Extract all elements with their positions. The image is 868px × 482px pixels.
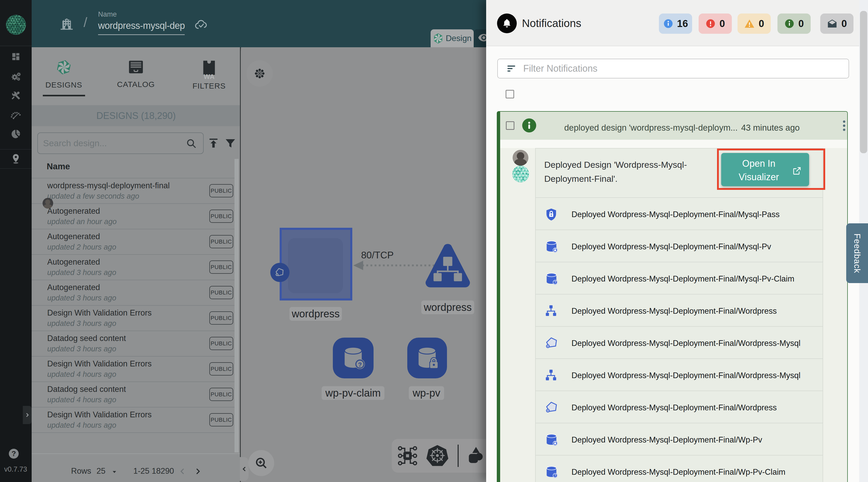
svg-text:?: ? bbox=[554, 474, 556, 478]
svg-text:?: ? bbox=[358, 362, 362, 368]
svg-text:?: ? bbox=[554, 280, 556, 284]
